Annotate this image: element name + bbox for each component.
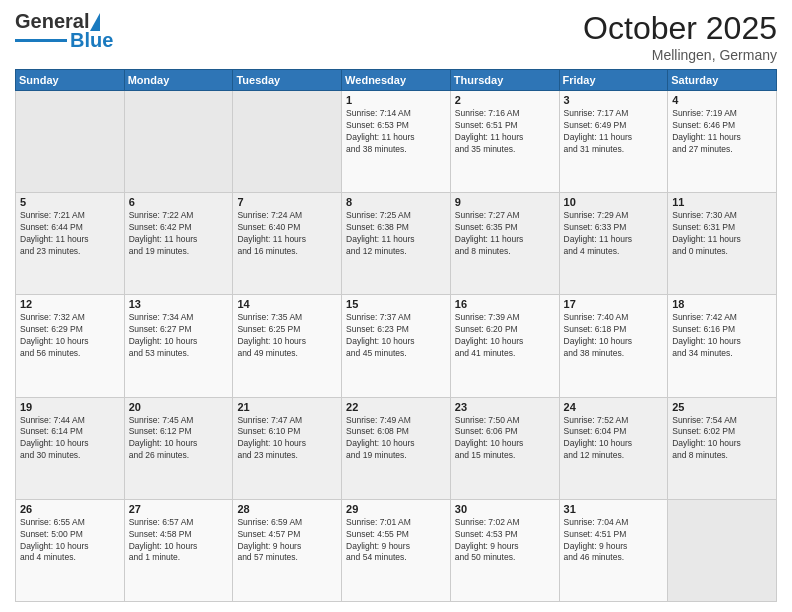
day-number: 12 [20,298,120,310]
day-info: Sunrise: 7:52 AMSunset: 6:04 PMDaylight:… [564,415,664,463]
day-number: 14 [237,298,337,310]
calendar-week-row-2: 12Sunrise: 7:32 AMSunset: 6:29 PMDayligh… [16,295,777,397]
logo-triangle-icon [90,13,100,31]
day-number: 31 [564,503,664,515]
day-number: 15 [346,298,446,310]
day-number: 8 [346,196,446,208]
calendar-cell: 14Sunrise: 7:35 AMSunset: 6:25 PMDayligh… [233,295,342,397]
col-sunday: Sunday [16,70,125,91]
day-number: 9 [455,196,555,208]
day-number: 30 [455,503,555,515]
day-number: 11 [672,196,772,208]
calendar-cell: 23Sunrise: 7:50 AMSunset: 6:06 PMDayligh… [450,397,559,499]
calendar-cell: 19Sunrise: 7:44 AMSunset: 6:14 PMDayligh… [16,397,125,499]
logo: General Blue [15,10,113,52]
day-number: 20 [129,401,229,413]
day-info: Sunrise: 7:22 AMSunset: 6:42 PMDaylight:… [129,210,229,258]
day-number: 26 [20,503,120,515]
day-info: Sunrise: 7:54 AMSunset: 6:02 PMDaylight:… [672,415,772,463]
day-info: Sunrise: 7:27 AMSunset: 6:35 PMDaylight:… [455,210,555,258]
day-info: Sunrise: 7:29 AMSunset: 6:33 PMDaylight:… [564,210,664,258]
day-number: 22 [346,401,446,413]
calendar-cell: 11Sunrise: 7:30 AMSunset: 6:31 PMDayligh… [668,193,777,295]
day-info: Sunrise: 7:42 AMSunset: 6:16 PMDaylight:… [672,312,772,360]
day-info: Sunrise: 6:59 AMSunset: 4:57 PMDaylight:… [237,517,337,565]
day-info: Sunrise: 7:19 AMSunset: 6:46 PMDaylight:… [672,108,772,156]
calendar-cell: 27Sunrise: 6:57 AMSunset: 4:58 PMDayligh… [124,499,233,601]
col-friday: Friday [559,70,668,91]
calendar-table: Sunday Monday Tuesday Wednesday Thursday… [15,69,777,602]
day-number: 2 [455,94,555,106]
calendar-cell: 10Sunrise: 7:29 AMSunset: 6:33 PMDayligh… [559,193,668,295]
day-info: Sunrise: 7:44 AMSunset: 6:14 PMDaylight:… [20,415,120,463]
day-number: 18 [672,298,772,310]
calendar-cell: 21Sunrise: 7:47 AMSunset: 6:10 PMDayligh… [233,397,342,499]
day-info: Sunrise: 7:21 AMSunset: 6:44 PMDaylight:… [20,210,120,258]
calendar-cell [668,499,777,601]
day-info: Sunrise: 7:47 AMSunset: 6:10 PMDaylight:… [237,415,337,463]
day-info: Sunrise: 7:01 AMSunset: 4:55 PMDaylight:… [346,517,446,565]
calendar-cell: 16Sunrise: 7:39 AMSunset: 6:20 PMDayligh… [450,295,559,397]
day-info: Sunrise: 7:16 AMSunset: 6:51 PMDaylight:… [455,108,555,156]
day-number: 7 [237,196,337,208]
calendar-cell: 20Sunrise: 7:45 AMSunset: 6:12 PMDayligh… [124,397,233,499]
day-info: Sunrise: 7:34 AMSunset: 6:27 PMDaylight:… [129,312,229,360]
day-info: Sunrise: 7:49 AMSunset: 6:08 PMDaylight:… [346,415,446,463]
calendar-week-row-4: 26Sunrise: 6:55 AMSunset: 5:00 PMDayligh… [16,499,777,601]
day-info: Sunrise: 7:35 AMSunset: 6:25 PMDaylight:… [237,312,337,360]
calendar-cell: 9Sunrise: 7:27 AMSunset: 6:35 PMDaylight… [450,193,559,295]
day-info: Sunrise: 7:39 AMSunset: 6:20 PMDaylight:… [455,312,555,360]
calendar-cell: 5Sunrise: 7:21 AMSunset: 6:44 PMDaylight… [16,193,125,295]
day-info: Sunrise: 7:02 AMSunset: 4:53 PMDaylight:… [455,517,555,565]
day-number: 5 [20,196,120,208]
col-monday: Monday [124,70,233,91]
day-number: 28 [237,503,337,515]
col-tuesday: Tuesday [233,70,342,91]
calendar-cell: 4Sunrise: 7:19 AMSunset: 6:46 PMDaylight… [668,91,777,193]
day-number: 10 [564,196,664,208]
day-number: 27 [129,503,229,515]
day-number: 29 [346,503,446,515]
day-info: Sunrise: 7:17 AMSunset: 6:49 PMDaylight:… [564,108,664,156]
calendar-cell: 26Sunrise: 6:55 AMSunset: 5:00 PMDayligh… [16,499,125,601]
col-thursday: Thursday [450,70,559,91]
calendar-cell [233,91,342,193]
day-info: Sunrise: 7:25 AMSunset: 6:38 PMDaylight:… [346,210,446,258]
calendar-cell: 3Sunrise: 7:17 AMSunset: 6:49 PMDaylight… [559,91,668,193]
calendar-cell: 1Sunrise: 7:14 AMSunset: 6:53 PMDaylight… [342,91,451,193]
day-info: Sunrise: 6:55 AMSunset: 5:00 PMDaylight:… [20,517,120,565]
calendar-cell: 6Sunrise: 7:22 AMSunset: 6:42 PMDaylight… [124,193,233,295]
day-info: Sunrise: 7:50 AMSunset: 6:06 PMDaylight:… [455,415,555,463]
col-saturday: Saturday [668,70,777,91]
day-number: 13 [129,298,229,310]
calendar-cell: 18Sunrise: 7:42 AMSunset: 6:16 PMDayligh… [668,295,777,397]
day-number: 21 [237,401,337,413]
day-info: Sunrise: 7:24 AMSunset: 6:40 PMDaylight:… [237,210,337,258]
calendar-cell: 31Sunrise: 7:04 AMSunset: 4:51 PMDayligh… [559,499,668,601]
calendar-cell [124,91,233,193]
day-number: 3 [564,94,664,106]
day-number: 4 [672,94,772,106]
day-info: Sunrise: 7:45 AMSunset: 6:12 PMDaylight:… [129,415,229,463]
calendar-cell: 8Sunrise: 7:25 AMSunset: 6:38 PMDaylight… [342,193,451,295]
calendar-cell [16,91,125,193]
logo-underline [15,39,67,42]
day-number: 1 [346,94,446,106]
day-number: 16 [455,298,555,310]
day-number: 6 [129,196,229,208]
day-info: Sunrise: 7:04 AMSunset: 4:51 PMDaylight:… [564,517,664,565]
calendar-week-row-0: 1Sunrise: 7:14 AMSunset: 6:53 PMDaylight… [16,91,777,193]
day-info: Sunrise: 7:40 AMSunset: 6:18 PMDaylight:… [564,312,664,360]
calendar-cell: 28Sunrise: 6:59 AMSunset: 4:57 PMDayligh… [233,499,342,601]
header: General Blue October 2025 Mellingen, Ger… [15,10,777,63]
day-info: Sunrise: 7:14 AMSunset: 6:53 PMDaylight:… [346,108,446,156]
calendar-cell: 22Sunrise: 7:49 AMSunset: 6:08 PMDayligh… [342,397,451,499]
calendar-cell: 2Sunrise: 7:16 AMSunset: 6:51 PMDaylight… [450,91,559,193]
day-number: 25 [672,401,772,413]
calendar-cell: 29Sunrise: 7:01 AMSunset: 4:55 PMDayligh… [342,499,451,601]
day-info: Sunrise: 7:30 AMSunset: 6:31 PMDaylight:… [672,210,772,258]
page-title: October 2025 [583,10,777,47]
day-number: 24 [564,401,664,413]
day-info: Sunrise: 7:37 AMSunset: 6:23 PMDaylight:… [346,312,446,360]
day-info: Sunrise: 6:57 AMSunset: 4:58 PMDaylight:… [129,517,229,565]
